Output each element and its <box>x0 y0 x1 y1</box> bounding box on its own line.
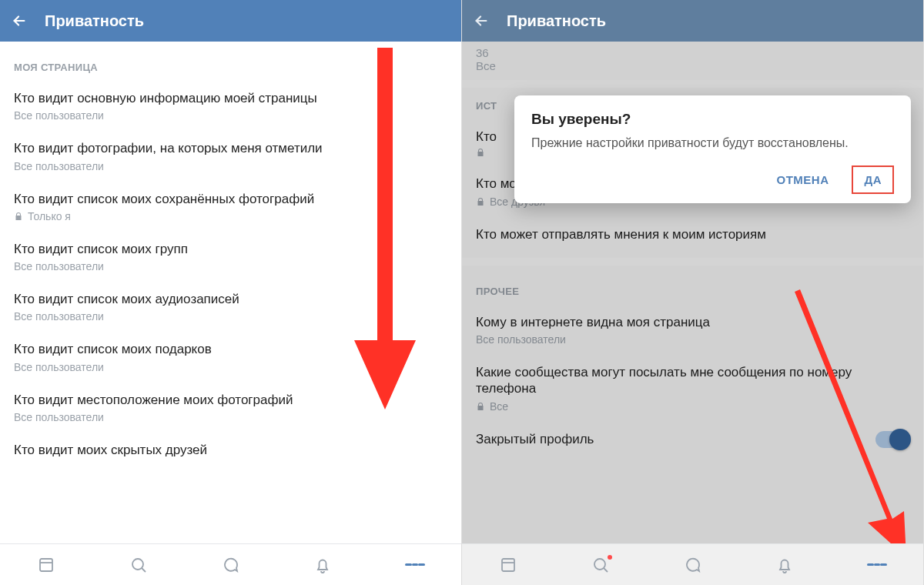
dialog-message: Прежние настройки приватности будут восс… <box>531 135 894 152</box>
feed-icon[interactable] <box>498 555 518 575</box>
search-icon[interactable] <box>591 555 611 575</box>
menu-icon[interactable] <box>867 555 887 575</box>
messages-icon[interactable] <box>682 555 702 575</box>
svg-line-3 <box>142 568 146 572</box>
dialog-title: Вы уверены? <box>531 111 894 128</box>
svg-line-7 <box>604 568 608 572</box>
notifications-icon[interactable] <box>775 555 795 575</box>
item-sub: Все пользователи <box>14 411 447 423</box>
bottombar <box>0 543 461 585</box>
ok-button[interactable]: ДА <box>852 165 894 194</box>
topbar-right: Приватность <box>462 0 923 42</box>
back-icon[interactable] <box>473 12 490 29</box>
search-icon[interactable] <box>129 555 149 575</box>
lock-icon <box>14 212 23 221</box>
screen-left: Приватность МОЯ СТРАНИЦА Кто видит основ… <box>0 0 462 585</box>
svg-point-6 <box>594 559 605 570</box>
menu-icon[interactable] <box>405 555 425 575</box>
messages-icon[interactable] <box>220 555 240 575</box>
bottombar <box>462 543 923 585</box>
guide-arrow-diagonal-icon <box>791 288 914 543</box>
content-right: 36 Все ИСТ Кто Кто может отвечать на мои… <box>462 42 923 543</box>
svg-rect-4 <box>502 559 514 571</box>
feed-icon[interactable] <box>36 555 56 575</box>
item-sub-text: Только я <box>28 210 71 222</box>
cancel-button[interactable]: ОТМЕНА <box>765 167 839 192</box>
privacy-item[interactable]: Кто видит моих скрытых друзей <box>0 433 461 467</box>
notifications-icon[interactable] <box>313 555 333 575</box>
guide-arrow-down-icon <box>350 48 420 410</box>
topbar-left: Приватность <box>0 0 461 42</box>
notification-dot-icon <box>608 555 612 560</box>
svg-point-2 <box>132 559 143 570</box>
svg-rect-0 <box>40 559 52 571</box>
back-icon[interactable] <box>11 12 28 29</box>
page-title: Приватность <box>45 12 144 30</box>
page-title: Приватность <box>507 12 606 30</box>
item-label: Кто видит моих скрытых друзей <box>14 442 447 458</box>
confirm-dialog: Вы уверены? Прежние настройки приватност… <box>514 95 911 203</box>
screen-right: Приватность 36 Все ИСТ Кто Кто может отв… <box>462 0 924 585</box>
